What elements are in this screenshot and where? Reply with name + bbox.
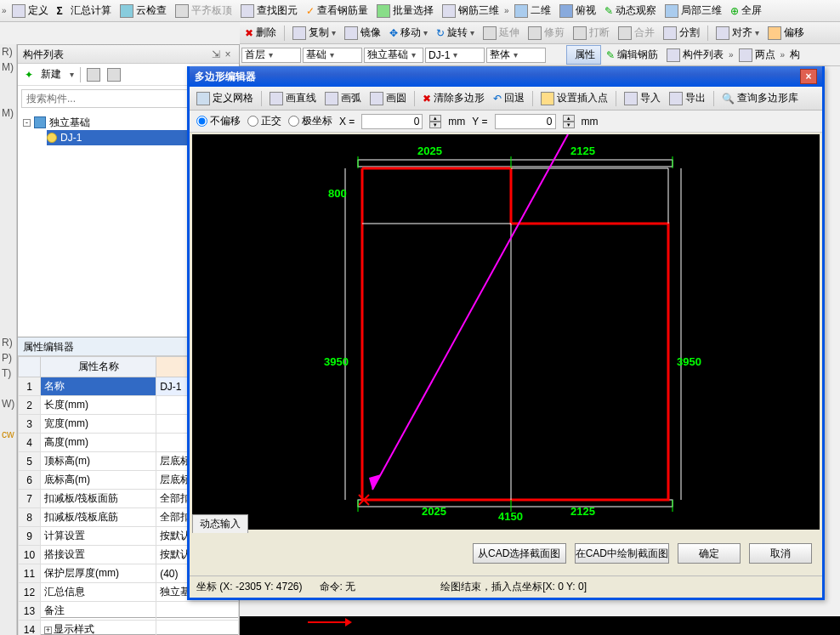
delete-button[interactable]: ✖删除	[241, 24, 280, 42]
rebar3d-button[interactable]: 钢筋三维	[439, 2, 502, 20]
dialog-titlebar[interactable]: 多边形编辑器 ×	[190, 66, 822, 87]
dim-bot1: 2025	[422, 505, 446, 518]
define-button[interactable]: 定义	[9, 2, 52, 20]
cloud-check-button[interactable]: 云检查	[116, 2, 170, 20]
draw-arc-button[interactable]: 画弧	[321, 89, 365, 107]
align-button[interactable]: 对齐▾	[712, 24, 763, 42]
main-statusbar	[240, 616, 840, 635]
x-up[interactable]: ▴	[429, 115, 441, 122]
property-button[interactable]: 属性	[566, 45, 601, 65]
merge-button[interactable]: 合并	[615, 24, 658, 42]
y-up[interactable]: ▴	[563, 115, 575, 122]
import-button[interactable]: 导入	[621, 89, 664, 107]
no-offset-radio[interactable]: 不偏移	[196, 114, 241, 128]
panel-title: 构件列表	[23, 45, 64, 63]
property-row[interactable]: 13备注	[19, 602, 239, 621]
ortho-radio[interactable]: 正交	[247, 114, 281, 128]
coord-input-row: 不偏移 正交 极坐标 X = ▴▾ mm Y = ▴▾ mm	[190, 111, 822, 133]
floor-select[interactable]: 首层▾	[241, 48, 301, 63]
draw-circle-button[interactable]: 画圆	[366, 89, 410, 107]
dim-top1: 2025	[417, 145, 442, 157]
subcat-select[interactable]: 独立基础▾	[364, 48, 423, 63]
dialog-button-row: 从CAD选择截面图 在CAD中绘制截面图 确定 取消	[190, 533, 822, 574]
dialog-toolbar: 定义网格 画直线 画弧 画圆 ✖清除多边形 ↶回退 设置插入点 导入 导出 🔍查…	[190, 87, 822, 111]
edit-rebar-button[interactable]: ✎编辑钢筋	[603, 46, 661, 64]
component-list-button[interactable]: 构件列表	[663, 46, 727, 64]
find-button[interactable]: 查找图元	[237, 2, 301, 20]
close-icon[interactable]: ×	[800, 69, 817, 84]
dim-left: 3950	[324, 355, 349, 368]
left-ruler: R)M)M)R)P)T)W)cw	[0, 44, 17, 635]
x-down[interactable]: ▾	[429, 122, 441, 128]
query-button[interactable]: 🔍查询多边形库	[718, 89, 802, 107]
copy-button[interactable]: 复制▾	[289, 24, 339, 42]
panel-title-bar: 构件列表 ⇲×	[18, 45, 239, 64]
fullscreen-button[interactable]: ⊕全屏	[727, 2, 765, 20]
scope-select[interactable]: 整体▾	[486, 48, 546, 63]
clear-button[interactable]: ✖清除多边形	[419, 89, 488, 107]
dim-right: 3950	[677, 355, 701, 368]
property-row[interactable]: 14+显示样式	[19, 621, 239, 636]
dim-left-top: 800	[328, 187, 347, 200]
dim-top2: 2125	[570, 145, 595, 157]
tool-3[interactable]	[104, 66, 124, 83]
svg-rect-0	[358, 160, 673, 167]
tool-2[interactable]	[83, 66, 104, 83]
y-down[interactable]: ▾	[563, 122, 575, 128]
cancel-button[interactable]: 取消	[749, 543, 812, 564]
drawing-canvas[interactable]: 2025 2125 800 3950 3950 2025 2125 4150	[192, 134, 820, 530]
undo-button[interactable]: ↶回退	[490, 89, 528, 107]
prop-title: 属性编辑器	[23, 337, 74, 355]
polygon-editor-dialog: 多边形编辑器 × 定义网格 画直线 画弧 画圆 ✖清除多边形 ↶回退 设置插入点…	[187, 66, 825, 600]
pin-icon[interactable]: ⇲	[210, 45, 222, 64]
draw-line-button[interactable]: 画直线	[266, 89, 320, 107]
main-toolbar-1: » 定义 Σ 汇总计算 云检查 平齐板顶 查找图元 ✓查看钢筋量 批量选择 钢筋…	[0, 0, 840, 22]
split-button[interactable]: 分割	[660, 24, 703, 42]
move-button[interactable]: ✥移动▾	[386, 24, 431, 42]
define-grid-button[interactable]: 定义网格	[193, 89, 257, 107]
dim-bot-total: 4150	[498, 510, 523, 523]
mirror-button[interactable]: 镜像	[341, 24, 384, 42]
edit-toolbar: ✖删除 复制▾ 镜像 ✥移动▾ ↻旋转▾ 延伸 修剪 打断 合并 分割 对齐▾ …	[240, 22, 840, 44]
dim-bot2: 2125	[570, 505, 595, 518]
other-button[interactable]: 构	[786, 46, 803, 64]
2d-button[interactable]: 二维	[511, 2, 554, 20]
rebar-button[interactable]: ✓查看钢筋量	[303, 2, 372, 20]
flat-button[interactable]: 平齐板顶	[172, 2, 236, 20]
close-icon[interactable]: ×	[222, 45, 234, 64]
sum-button[interactable]: Σ 汇总计算	[54, 2, 116, 20]
selector-toolbar: 首层▾ 基础▾ 独立基础▾ DJ-1▾ 整体▾ 属性 ✎编辑钢筋 构件列表 » …	[240, 44, 840, 66]
y-input[interactable]	[495, 114, 556, 129]
offset-button[interactable]: 偏移	[764, 24, 808, 42]
dialog-title: 多边形编辑器	[195, 70, 256, 84]
local3d-button[interactable]: 局部三维	[661, 2, 725, 20]
category-select[interactable]: 基础▾	[303, 48, 362, 63]
extend-button[interactable]: 延伸	[480, 24, 523, 42]
dynamic-input-tab[interactable]: 动态输入	[192, 514, 248, 533]
svg-marker-9	[369, 474, 381, 490]
rotate-button[interactable]: ↻旋转▾	[433, 24, 478, 42]
export-button[interactable]: 导出	[666, 89, 709, 107]
component-select[interactable]: DJ-1▾	[425, 48, 485, 63]
draw-cad-button[interactable]: 在CAD中绘制截面图	[575, 543, 669, 564]
break-button[interactable]: 打断	[570, 24, 613, 42]
from-cad-button[interactable]: 从CAD选择截面图	[473, 543, 566, 564]
dialog-statusbar: 坐标 (X: -2305 Y: 4726) 命令: 无 绘图结束，插入点坐标[X…	[190, 575, 822, 598]
set-insert-button[interactable]: 设置插入点	[537, 89, 611, 107]
persp-button[interactable]: 俯视	[556, 2, 599, 20]
x-input[interactable]	[361, 114, 423, 129]
polar-radio[interactable]: 极坐标	[288, 114, 332, 128]
batch-button[interactable]: 批量选择	[373, 2, 437, 20]
dynview-button[interactable]: ✎动态观察	[601, 2, 660, 20]
ok-button[interactable]: 确定	[678, 543, 741, 564]
twopoint-button[interactable]: 两点	[735, 46, 779, 64]
new-component-button[interactable]: ✦ 新建 ▾	[21, 65, 77, 83]
trim-button[interactable]: 修剪	[525, 24, 568, 42]
svg-line-8	[372, 134, 568, 490]
